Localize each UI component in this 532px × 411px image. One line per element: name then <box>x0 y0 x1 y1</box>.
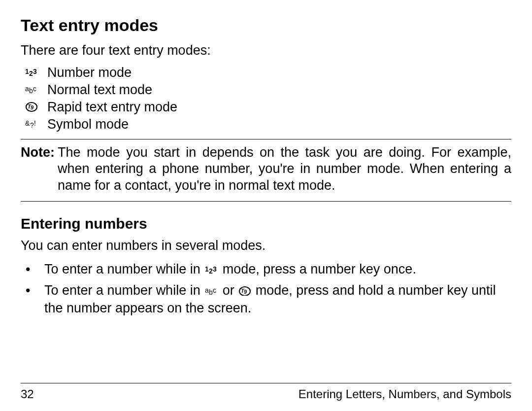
page-footer: 32 Entering Letters, Numbers, and Symbol… <box>21 383 511 401</box>
mode-list: Number mode Normal text mode Rapid text … <box>21 64 511 133</box>
t9-icon <box>21 102 43 112</box>
num-icon <box>205 265 218 274</box>
note-block: Note: The mode you start in depends on t… <box>21 139 511 202</box>
abc-icon <box>21 84 43 95</box>
chapter-title: Entering Letters, Numbers, and Symbols <box>299 387 511 401</box>
page-number: 32 <box>21 387 34 401</box>
subsection-title: Entering numbers <box>21 215 511 232</box>
bullet-dot: • <box>21 261 44 278</box>
intro-text: There are four text entry modes: <box>21 42 511 59</box>
abc-icon <box>205 286 218 296</box>
mode-row-symbol: Symbol mode <box>21 116 511 133</box>
subsection-intro: You can enter numbers in several modes. <box>21 237 511 254</box>
mode-label: Symbol mode <box>47 117 129 132</box>
manual-page: Text entry modes There are four text ent… <box>0 0 532 411</box>
bullet-dot: • <box>21 282 44 316</box>
section-title: Text entry modes <box>21 16 511 35</box>
bullet-text: To enter a number while in <box>44 283 204 298</box>
mode-label: Rapid text entry mode <box>47 100 177 115</box>
list-item: • To enter a number while in mode, press… <box>21 259 511 280</box>
sym-icon <box>21 119 43 130</box>
t9-icon <box>239 286 251 296</box>
mode-label: Number mode <box>47 65 132 80</box>
list-item: • To enter a number while in or mode, pr… <box>21 280 511 318</box>
note-text: The mode you start in depends on the tas… <box>58 144 511 194</box>
mode-row-number: Number mode <box>21 64 511 81</box>
note-label: Note: <box>21 144 55 194</box>
bullet-text: mode, press a number key once. <box>223 262 416 276</box>
mode-row-abc: Normal text mode <box>21 81 511 99</box>
bullet-text: To enter a number while in <box>44 262 204 276</box>
bullet-list: • To enter a number while in mode, press… <box>21 259 511 318</box>
mode-label: Normal text mode <box>47 82 152 98</box>
num-icon <box>21 67 43 78</box>
bullet-text: or <box>223 283 238 298</box>
mode-row-t9: Rapid text entry mode <box>21 99 511 116</box>
